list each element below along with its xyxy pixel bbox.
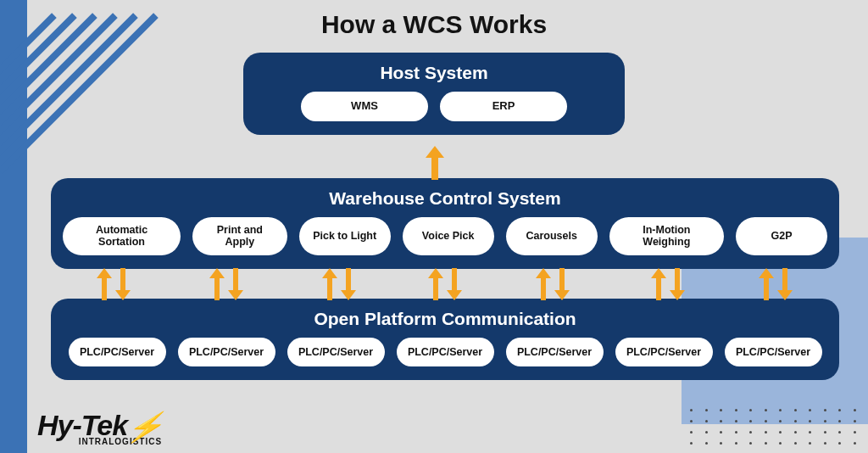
arrow-up-icon <box>322 268 337 300</box>
wcs-pill-voice-pick: Voice Pick <box>403 217 494 255</box>
arrow-up-icon <box>97 268 112 300</box>
arrow-down-icon <box>115 268 131 300</box>
dot-grid-decoration <box>690 409 860 445</box>
opc-pill-4: PLC/PC/Server <box>397 338 494 366</box>
hytek-logo: Hy-Tek⚡ INTRALOGISTICS <box>37 408 162 446</box>
arrow-down-icon <box>228 268 243 300</box>
arrow-up-icon <box>651 268 666 300</box>
opc-pill-6: PLC/PC/Server <box>615 338 713 366</box>
arrow-up-icon <box>536 268 551 300</box>
diagram-title: How a WCS Works <box>0 10 868 39</box>
arrow-up-icon <box>209 268 225 300</box>
opc-pill-7: PLC/PC/Server <box>725 338 822 366</box>
wcs-pill-carousels: Carousels <box>506 217 598 255</box>
opc-pill-1: PLC/PC/Server <box>69 338 166 366</box>
arrow-up-icon <box>428 268 443 300</box>
arrow-up-icon <box>426 146 442 180</box>
opc-pill-2: PLC/PC/Server <box>178 338 275 366</box>
arrow-pair-7 <box>759 268 793 300</box>
wcs-pill-g2p: G2P <box>736 217 827 255</box>
arrow-pair-1 <box>97 268 131 300</box>
wcs-panel: Warehouse Control System Automatic Sorta… <box>51 178 839 269</box>
host-system-panel: Host System WMS ERP <box>243 53 625 135</box>
opc-panel: Open Platform Communication PLC/PC/Serve… <box>51 299 839 380</box>
opc-pill-3: PLC/PC/Server <box>287 338 385 366</box>
opc-pill-5: PLC/PC/Server <box>506 338 604 366</box>
wcs-pill-print-apply: Print and Apply <box>192 217 287 255</box>
wcs-pill-in-motion-weighing: In-Motion Weighing <box>609 217 724 255</box>
opc-title: Open Platform Communication <box>63 309 827 329</box>
arrow-pair-5 <box>536 268 570 300</box>
host-pill-wms: WMS <box>301 92 428 121</box>
arrow-pair-4 <box>428 268 462 300</box>
arrow-up-icon <box>759 268 774 300</box>
arrow-down-icon <box>447 268 462 300</box>
host-pill-erp: ERP <box>440 92 567 121</box>
arrow-pair-2 <box>209 268 243 300</box>
wcs-pill-automatic-sortation: Automatic Sortation <box>63 217 181 255</box>
arrow-down-icon <box>554 268 570 300</box>
left-accent-bar <box>0 0 27 453</box>
bolt-icon: ⚡ <box>125 410 165 444</box>
arrow-pair-3 <box>322 268 356 300</box>
arrow-down-icon <box>670 268 685 300</box>
arrow-down-icon <box>777 268 793 300</box>
arrow-pair-6 <box>651 268 685 300</box>
arrow-down-icon <box>341 268 356 300</box>
host-system-title: Host System <box>255 63 613 83</box>
wcs-title: Warehouse Control System <box>63 188 827 209</box>
wcs-pill-pick-to-light: Pick to Light <box>299 217 391 255</box>
